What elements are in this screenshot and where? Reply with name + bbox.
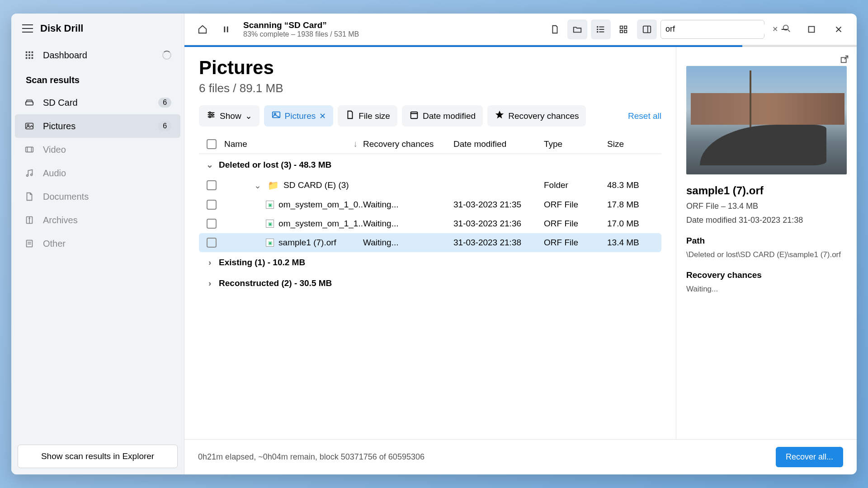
show-filter[interactable]: Show ⌄ bbox=[199, 105, 259, 127]
svg-point-29 bbox=[597, 29, 598, 30]
search-input[interactable] bbox=[665, 24, 770, 34]
picture-icon bbox=[24, 121, 35, 131]
preview-path-value: \Deleted or lost\SD CARD (E)\sample1 (7)… bbox=[686, 250, 847, 259]
date-filter[interactable]: Date modified bbox=[402, 105, 483, 127]
home-button[interactable] bbox=[193, 19, 212, 39]
reset-all-link[interactable]: Reset all bbox=[628, 111, 661, 121]
sidebar-item-label: SD Card bbox=[43, 98, 78, 108]
sidebar-footer: Show scan results in Explorer bbox=[11, 438, 184, 474]
show-in-explorer-button[interactable]: Show scan results in Explorer bbox=[18, 445, 178, 468]
sidebar-item-audio[interactable]: Audio bbox=[15, 161, 180, 185]
chevron-down-icon[interactable]: ⌄ bbox=[204, 160, 215, 170]
group-label: Deleted or lost (3) - 48.3 MB bbox=[219, 160, 331, 170]
minimize-button[interactable] bbox=[774, 19, 794, 39]
maximize-button[interactable] bbox=[802, 19, 821, 39]
file-view-button[interactable] bbox=[545, 19, 565, 39]
sidebar-item-video[interactable]: Video bbox=[15, 138, 180, 161]
svg-point-47 bbox=[212, 114, 213, 116]
image-file-icon: ▣ bbox=[266, 220, 274, 228]
other-icon bbox=[24, 238, 35, 249]
drive-icon bbox=[24, 97, 35, 108]
cell-recovery: Waiting... bbox=[363, 200, 453, 210]
picture-icon bbox=[271, 110, 281, 122]
main-area: Scanning “SD Card” 83% complete – 1938 f… bbox=[184, 14, 857, 474]
sidebar-item-label: Documents bbox=[43, 192, 89, 202]
sidebar-item-pictures[interactable]: Pictures 6 bbox=[15, 114, 180, 138]
file-row[interactable]: ▣sample1 (7).orf Waiting... 31-03-2023 2… bbox=[199, 233, 661, 252]
column-size[interactable]: Size bbox=[607, 139, 661, 149]
count-badge: 6 bbox=[158, 98, 171, 108]
recovery-filter[interactable]: Recovery chances bbox=[487, 105, 586, 127]
document-icon bbox=[345, 110, 355, 122]
folder-row[interactable]: ⌄ 📁 SD CARD (E) (3) Folder 48.3 MB bbox=[199, 175, 661, 195]
sidebar-item-dashboard[interactable]: Dashboard bbox=[15, 43, 180, 67]
file-row[interactable]: ▣om_system_om_1_1.. Waiting... 31-03-202… bbox=[199, 214, 661, 233]
grid-view-button[interactable] bbox=[613, 19, 633, 39]
audio-icon bbox=[24, 168, 35, 178]
preview-panel-toggle[interactable] bbox=[637, 19, 657, 39]
file-table: Name↓ Recovery chances Date modified Typ… bbox=[199, 135, 661, 439]
remove-filter-icon[interactable]: ✕ bbox=[319, 111, 326, 121]
svg-rect-8 bbox=[32, 57, 33, 59]
content: Pictures 6 files / 89.1 MB Show ⌄ Pictur… bbox=[184, 47, 857, 439]
sidebar-item-label: Pictures bbox=[43, 121, 75, 131]
cell-recovery: Waiting... bbox=[363, 238, 453, 248]
status-text: 0h21m elapsed, ~0h04m remain, block 5037… bbox=[198, 452, 425, 462]
popout-icon[interactable] bbox=[840, 54, 849, 66]
recover-all-button[interactable]: Recover all... bbox=[776, 447, 843, 467]
cell-date: 31-03-2023 21:35 bbox=[453, 200, 544, 210]
column-recovery[interactable]: Recovery chances bbox=[363, 139, 453, 149]
row-checkbox[interactable] bbox=[207, 200, 217, 210]
star-icon bbox=[495, 110, 505, 122]
column-date[interactable]: Date modified bbox=[453, 139, 544, 149]
sidebar-item-documents[interactable]: Documents bbox=[15, 185, 180, 208]
svg-rect-2 bbox=[32, 52, 33, 53]
pause-button[interactable] bbox=[216, 19, 236, 39]
scan-title: Scanning “SD Card” bbox=[243, 20, 541, 30]
sidebar-item-archives[interactable]: Archives bbox=[15, 208, 180, 232]
cell-name: om_system_om_1_1.. bbox=[278, 219, 363, 229]
svg-rect-5 bbox=[32, 54, 33, 56]
row-checkbox[interactable] bbox=[207, 219, 217, 229]
svg-rect-12 bbox=[26, 147, 33, 152]
chevron-right-icon[interactable]: › bbox=[204, 258, 215, 267]
folder-view-button[interactable] bbox=[567, 19, 587, 39]
search-box[interactable]: ✕ bbox=[660, 20, 764, 39]
cell-name: sample1 (7).orf bbox=[278, 238, 336, 248]
sidebar-item-label: Video bbox=[43, 145, 66, 155]
filesize-filter[interactable]: File size bbox=[338, 105, 397, 127]
group-existing[interactable]: › Existing (1) - 10.2 MB bbox=[199, 252, 661, 273]
group-reconstructed[interactable]: › Reconstructed (2) - 30.5 MB bbox=[199, 273, 661, 294]
video-icon bbox=[24, 144, 35, 155]
list-view-button[interactable] bbox=[591, 19, 611, 39]
cell-size: 17.0 MB bbox=[607, 219, 661, 229]
chevron-down-icon[interactable]: ⌄ bbox=[252, 180, 263, 191]
sidebar: Disk Drill Dashboard Scan results SD Car… bbox=[11, 14, 184, 474]
chevron-right-icon[interactable]: › bbox=[204, 278, 215, 288]
svg-point-28 bbox=[597, 26, 598, 27]
sidebar-item-other[interactable]: Other bbox=[15, 232, 180, 255]
file-row[interactable]: ▣om_system_om_1_0.. Waiting... 31-03-202… bbox=[199, 195, 661, 214]
group-deleted[interactable]: ⌄ Deleted or lost (3) - 48.3 MB bbox=[199, 154, 661, 175]
close-button[interactable] bbox=[829, 19, 849, 39]
cell-type: ORF File bbox=[544, 238, 607, 248]
row-checkbox[interactable] bbox=[207, 238, 217, 248]
svg-rect-7 bbox=[28, 57, 30, 59]
svg-rect-51 bbox=[411, 112, 418, 119]
count-badge: 6 bbox=[158, 121, 171, 131]
table-header: Name↓ Recovery chances Date modified Typ… bbox=[199, 135, 661, 154]
sidebar-item-sdcard[interactable]: SD Card 6 bbox=[15, 91, 180, 114]
svg-rect-40 bbox=[809, 26, 815, 32]
sort-arrow-icon: ↓ bbox=[354, 139, 358, 149]
svg-rect-23 bbox=[224, 26, 225, 32]
column-type[interactable]: Type bbox=[544, 139, 607, 149]
select-all-checkbox[interactable] bbox=[207, 139, 217, 149]
svg-rect-0 bbox=[26, 52, 28, 53]
row-checkbox[interactable] bbox=[207, 180, 217, 190]
preview-recovery-label: Recovery chances bbox=[686, 270, 847, 280]
pictures-filter[interactable]: Pictures ✕ bbox=[264, 105, 334, 127]
svg-point-30 bbox=[597, 31, 598, 32]
column-name[interactable]: Name↓ bbox=[224, 139, 363, 149]
hamburger-icon[interactable] bbox=[22, 23, 33, 34]
page-title: Pictures bbox=[199, 57, 661, 79]
